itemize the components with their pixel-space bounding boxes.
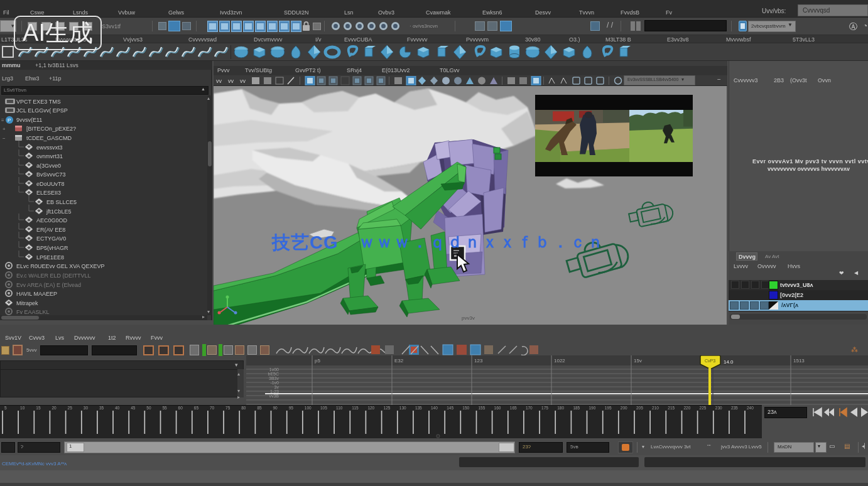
svg-text:185: 185 bbox=[573, 406, 580, 410]
svg-text:Evv AREA (EA) E (Elvead: Evv AREA (EA) E (Elvead bbox=[16, 282, 81, 288]
svg-text:40: 40 bbox=[115, 406, 120, 410]
svg-text:≡: ≡ bbox=[1, 117, 4, 123]
svg-text:195: 195 bbox=[605, 406, 612, 410]
svg-text:Ev.c WALER ELD (DEITTVLL: Ev.c WALER ELD (DEITTVLL bbox=[16, 273, 91, 279]
svg-text:20: 20 bbox=[52, 406, 57, 410]
svg-text:ECTYGAV0: ECTYGAV0 bbox=[36, 235, 66, 242]
svg-text:230: 230 bbox=[715, 406, 722, 410]
svg-text:LP5E1EE8: LP5E1EE8 bbox=[36, 254, 64, 261]
svg-text:50: 50 bbox=[146, 406, 151, 410]
svg-text:90: 90 bbox=[273, 406, 278, 410]
svg-text:bE5C: bE5C bbox=[268, 372, 279, 376]
svg-text:130: 130 bbox=[399, 406, 406, 410]
svg-text:[BITECOn_pEXE2?: [BITECOn_pEXE2? bbox=[26, 126, 76, 132]
svg-text:jft1CbLE5: jft1CbLE5 bbox=[46, 208, 72, 215]
svg-text:170: 170 bbox=[526, 406, 533, 410]
svg-text:HAVIL MAAEEP: HAVIL MAAEEP bbox=[16, 291, 57, 297]
svg-text:75: 75 bbox=[225, 406, 231, 410]
svg-text:ER(AV EE8: ER(AV EE8 bbox=[36, 227, 65, 233]
svg-text:eDoUUvT8: eDoUUvT8 bbox=[36, 181, 65, 187]
svg-text:240: 240 bbox=[747, 406, 754, 410]
svg-text:80: 80 bbox=[241, 406, 246, 410]
svg-text:5: 5 bbox=[4, 406, 7, 410]
svg-text:pvv3v: pvv3v bbox=[462, 315, 475, 321]
svg-text:−: − bbox=[3, 136, 6, 141]
svg-text:30: 30 bbox=[84, 406, 89, 410]
svg-text:150: 150 bbox=[462, 406, 469, 410]
svg-text:105: 105 bbox=[320, 406, 327, 410]
svg-text:VPCT EXE3 TMS: VPCT EXE3 TMS bbox=[16, 99, 61, 105]
svg-text:95: 95 bbox=[289, 406, 294, 410]
svg-text:vv: vv bbox=[216, 78, 222, 84]
svg-text:155: 155 bbox=[479, 406, 486, 410]
svg-text:140: 140 bbox=[431, 406, 438, 410]
svg-text:60: 60 bbox=[178, 406, 183, 410]
svg-text:210: 210 bbox=[652, 406, 659, 410]
svg-text:145: 145 bbox=[447, 406, 453, 410]
svg-text:ewvssvxt3: ewvssvxt3 bbox=[36, 144, 63, 151]
svg-text:100: 100 bbox=[305, 406, 312, 410]
svg-text:180: 180 bbox=[557, 406, 564, 410]
svg-text:1513: 1513 bbox=[793, 358, 805, 364]
svg-text:235: 235 bbox=[731, 406, 738, 410]
svg-text:3B3v: 3B3v bbox=[269, 376, 279, 381]
svg-text:ELESEII3: ELESEII3 bbox=[36, 190, 61, 196]
svg-text:ELvc R0UEEvv GEL XVA QEXEVP: ELvc R0UEEvv GEL XVA QEXEVP bbox=[16, 263, 105, 269]
svg-text:p5: p5 bbox=[315, 358, 320, 364]
svg-text:Fv EAASLKL: Fv EAASLKL bbox=[16, 309, 50, 315]
svg-text:55: 55 bbox=[163, 406, 168, 410]
svg-text:EB SLLCE5: EB SLLCE5 bbox=[46, 199, 77, 205]
svg-text:E32: E32 bbox=[394, 358, 404, 364]
svg-text:45: 45 bbox=[131, 406, 136, 410]
svg-text:BP5(vHAGR: BP5(vHAGR bbox=[36, 245, 68, 251]
svg-text:vv3B: vv3B bbox=[269, 394, 279, 398]
svg-text:vv: vv bbox=[228, 78, 234, 84]
svg-text:123: 123 bbox=[474, 358, 483, 364]
svg-text:190: 190 bbox=[589, 406, 596, 410]
svg-text:9vvsv(E11: 9vvsv(E11 bbox=[16, 117, 42, 123]
svg-text:115: 115 bbox=[352, 406, 359, 410]
svg-text:CvP3: CvP3 bbox=[705, 359, 715, 363]
svg-text:15: 15 bbox=[36, 406, 41, 410]
svg-text:15v: 15v bbox=[634, 358, 642, 364]
svg-text:1v00: 1v00 bbox=[269, 367, 279, 372]
svg-text:a(3Gvve0: a(3Gvve0 bbox=[36, 163, 61, 169]
svg-text:1-23: 1-23 bbox=[270, 389, 279, 394]
svg-text:tCDEE_GASCMD: tCDEE_GASCMD bbox=[26, 135, 72, 141]
svg-text:120: 120 bbox=[367, 406, 374, 410]
svg-text:10: 10 bbox=[20, 406, 25, 410]
svg-text:85: 85 bbox=[257, 406, 262, 410]
svg-text:P: P bbox=[8, 117, 11, 123]
svg-text:BvSvvvC73: BvSvvvC73 bbox=[36, 171, 66, 178]
svg-text:35: 35 bbox=[99, 406, 104, 410]
svg-text:-1v0: -1v0 bbox=[270, 381, 279, 385]
svg-text:Mitrapek: Mitrapek bbox=[16, 300, 38, 306]
svg-text:+: + bbox=[3, 126, 6, 132]
svg-text:AEC0G0OD: AEC0G0OD bbox=[36, 217, 68, 224]
svg-text:ovnmvrt31: ovnmvrt31 bbox=[36, 153, 63, 159]
svg-text:۞: ۞ bbox=[436, 434, 440, 438]
svg-text:220: 220 bbox=[684, 406, 691, 410]
svg-text:175: 175 bbox=[541, 406, 548, 410]
svg-text:JCL ELGGvv( EPSP: JCL ELGGvv( EPSP bbox=[16, 107, 68, 114]
svg-text:3v: 3v bbox=[274, 385, 279, 389]
svg-text:135: 135 bbox=[415, 406, 422, 410]
svg-text:65: 65 bbox=[194, 406, 199, 410]
svg-text:200: 200 bbox=[621, 406, 627, 410]
svg-text:125: 125 bbox=[384, 406, 391, 410]
svg-text:165: 165 bbox=[510, 406, 517, 410]
svg-text:225: 225 bbox=[700, 406, 707, 410]
svg-text:215: 215 bbox=[668, 406, 675, 410]
svg-text:205: 205 bbox=[636, 406, 643, 410]
svg-text:1022: 1022 bbox=[554, 358, 565, 364]
svg-text:160: 160 bbox=[494, 406, 501, 410]
svg-text:70: 70 bbox=[210, 406, 215, 410]
svg-text:25: 25 bbox=[68, 406, 73, 410]
svg-text:vv: vv bbox=[240, 78, 246, 84]
svg-text:14.0: 14.0 bbox=[724, 359, 734, 365]
svg-text:110: 110 bbox=[336, 406, 343, 410]
